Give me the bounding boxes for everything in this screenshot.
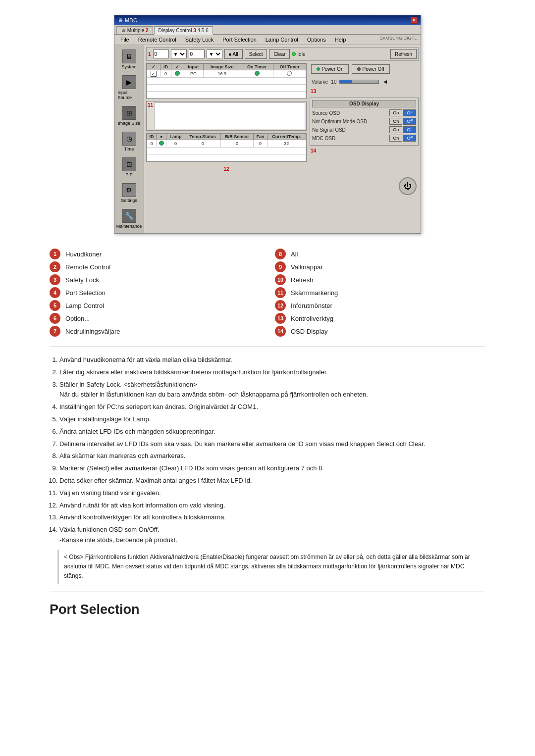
menu-port-selection[interactable]: Port Selection (218, 36, 260, 44)
legend-num-9: 9 (275, 261, 286, 272)
system-icon: 🖥 (122, 50, 136, 63)
osd-mdc-on[interactable]: On (389, 135, 402, 142)
menu-lamp-control[interactable]: Lamp Control (262, 36, 302, 44)
instruction-3: Ställer in Safety Lock. <säkerhetslåsfun… (59, 380, 485, 401)
legend-label-14: OSD Display (291, 328, 327, 335)
menu-help[interactable]: Help (331, 36, 350, 44)
power-off-button[interactable]: Power Off (352, 64, 389, 74)
legend-item-7: 7 Nedrullningsväljare (50, 326, 260, 337)
osd-not-optimum-buttons: On Off (389, 118, 416, 125)
osd-mdc-label: MDC OSD (312, 136, 335, 141)
id-input-1[interactable] (153, 50, 169, 58)
sidebar-item-settings[interactable]: ⚙ Settings (116, 181, 142, 205)
osd-not-optimum-on[interactable]: On (389, 118, 402, 125)
table-row-b-empty (147, 148, 306, 154)
osd-source-on[interactable]: On (389, 109, 402, 116)
osd-not-optimum-off[interactable]: Off (403, 118, 416, 125)
osd-no-signal-off[interactable]: Off (403, 126, 416, 133)
sidebar-item-pip[interactable]: ⊡ PIP (116, 155, 142, 180)
osd-mdc-buttons: On Off (389, 135, 416, 142)
sidebar-item-image-size[interactable]: ⊞ Image Size (116, 103, 142, 128)
col-br-sensor: B/R Sensor (220, 134, 253, 140)
osd-display-badge-14: 14 (310, 146, 419, 155)
inforutmonster-badge: 12 (146, 164, 307, 173)
app-window: 🖥 MDC ✕ 🖥 Multiple 2 Display Control 3 4… (114, 15, 421, 234)
legend-num-5: 5 (50, 300, 60, 311)
screen-marking-area: 11 (146, 101, 307, 131)
id-select-2[interactable]: ▼ (207, 50, 222, 58)
osd-row-not-optimum: Not Optimum Mode OSD On Off (312, 118, 416, 125)
osd-row-mdc: MDC OSD On Off (312, 135, 416, 142)
volume-slider[interactable] (339, 80, 379, 84)
tab-display-control[interactable]: Display Control 3 4 5 6 (154, 26, 213, 35)
power-on-dot (317, 67, 320, 71)
sidebar-item-input-source[interactable]: ▶ Input Source (116, 73, 142, 102)
id-input-2[interactable] (189, 50, 205, 58)
close-button[interactable]: ✕ (411, 17, 418, 24)
table-row-b-empty2 (147, 154, 306, 161)
tab-bar: 🖥 Multiple 2 Display Control 3 4 5 6 (114, 25, 421, 35)
id-select[interactable]: ▼ (171, 50, 187, 58)
page-title: Port Selection (50, 602, 485, 617)
separator-2 (50, 592, 485, 592)
sidebar-item-maintenance[interactable]: 🔧 Maintenance (116, 206, 142, 231)
instruction-6: Ändra antalet LFD IDs och mängden sökupp… (59, 427, 485, 437)
app-content: 🖥 System ▶ Input Source ⊞ Image Size ◷ T… (114, 45, 421, 233)
col-image-size: Image Size (204, 64, 241, 70)
badge-1: 1 (148, 51, 151, 57)
volume-fill (340, 80, 351, 83)
osd-no-signal-on[interactable]: On (389, 126, 402, 133)
col-lamp: Lamp (166, 134, 185, 140)
tab-multiple[interactable]: 🖥 Multiple 2 (116, 26, 153, 34)
menu-options[interactable]: Options (303, 36, 330, 44)
legend-label-11: Skärmmarkering (291, 289, 338, 297)
instruction-5: Väljer inställningsläge för Lamp. (59, 414, 485, 425)
badge-13: 13 (311, 89, 316, 94)
cell-temp-status: 0 (185, 140, 220, 148)
instruction-12: Använd rutnät för att visa kort informat… (59, 501, 485, 511)
table-row-empty2 (147, 85, 306, 92)
top-data-grid: ✓ ID ✓ Input Image Size On Timer Off Tim… (146, 63, 307, 99)
legend-item-10: 10 Refresh (275, 274, 485, 285)
legend-item-11: 11 Skärmmarkering (275, 287, 485, 298)
sidebar-item-system[interactable]: 🖥 System (116, 47, 142, 72)
legend-item-4: 4 Port Selection (50, 287, 260, 298)
menu-safety-lock[interactable]: Safety Lock (181, 36, 217, 44)
badge-11: 11 (148, 102, 153, 108)
badge-12: 12 (223, 166, 229, 172)
legend-label-12: Inforutmönster (291, 302, 332, 309)
all-button[interactable]: ■ All (224, 49, 243, 59)
legend-label-4: Port Selection (65, 289, 106, 297)
status-display: Idle (292, 51, 305, 57)
menu-file[interactable]: File (116, 36, 133, 44)
power-on-button[interactable]: Power On (311, 64, 349, 74)
tab-icon: 🖥 (121, 28, 126, 33)
legend-num-7: 7 (50, 326, 60, 337)
right-col: Power On Power Off Volume 10 (310, 63, 419, 173)
col-input: Input (183, 64, 204, 70)
sidebar-label-maintenance: Maintenance (116, 224, 142, 229)
power-off-label: Power Off (362, 66, 384, 72)
round-power-button[interactable]: ⏻ (399, 177, 417, 195)
refresh-button[interactable]: Refresh (390, 49, 417, 59)
all-checkbox: ■ (229, 52, 233, 57)
settings-icon: ⚙ (122, 183, 136, 197)
left-col: ✓ ID ✓ Input Image Size On Timer Off Tim… (146, 63, 307, 173)
legend-item-13: 13 Kontrollverktyg (275, 313, 485, 324)
osd-mdc-off[interactable]: Off (403, 135, 416, 142)
osd-source-off[interactable]: Off (403, 109, 416, 116)
legend-label-6: Option... (65, 315, 90, 322)
sidebar-item-time[interactable]: ◷ Time (116, 129, 142, 154)
legend-label-8: All (291, 251, 298, 258)
menu-remote-control[interactable]: Remote Control (134, 36, 180, 44)
separator-1 (50, 347, 485, 347)
instruction-11: Välj en visning bland visningsvalen. (59, 488, 485, 499)
legend-num-11: 11 (275, 287, 286, 298)
select-button[interactable]: Select (245, 49, 268, 59)
power-on-label: Power On (321, 66, 343, 72)
clear-button[interactable]: Clear (269, 49, 290, 59)
bottom-power-area: ⏻ (146, 175, 419, 197)
instruction-8: Alla skärmar kan markeras och avmarkeras… (59, 451, 485, 461)
sidebar: 🖥 System ▶ Input Source ⊞ Image Size ◷ T… (114, 45, 144, 233)
col-radio-b: ● (157, 134, 166, 140)
